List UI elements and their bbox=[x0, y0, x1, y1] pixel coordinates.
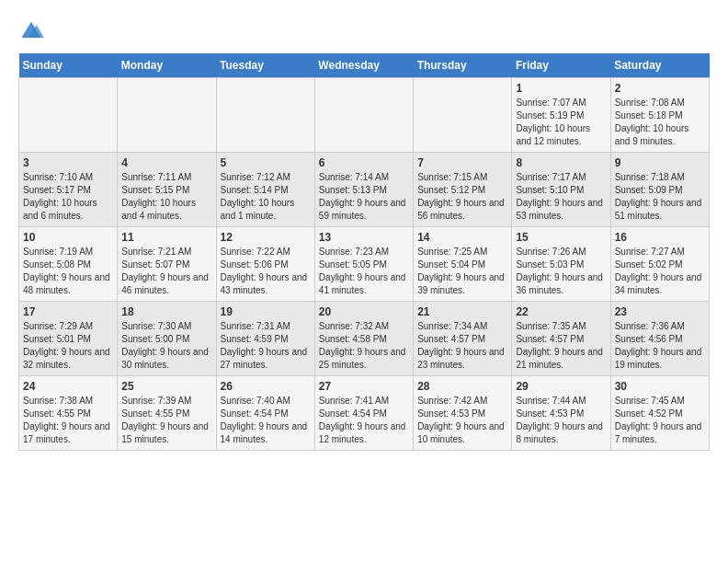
weekday-header-row: SundayMondayTuesdayWednesdayThursdayFrid… bbox=[19, 53, 710, 78]
calendar-cell bbox=[118, 78, 216, 153]
calendar-cell: 11Sunrise: 7:21 AM Sunset: 5:07 PM Dayli… bbox=[118, 227, 216, 302]
calendar-week-2: 10Sunrise: 7:19 AM Sunset: 5:08 PM Dayli… bbox=[19, 227, 710, 302]
calendar-table: SundayMondayTuesdayWednesdayThursdayFrid… bbox=[18, 53, 710, 451]
weekday-header-sunday: Sunday bbox=[19, 53, 118, 78]
day-number: 4 bbox=[121, 156, 211, 169]
day-info: Sunrise: 7:45 AM Sunset: 4:52 PM Dayligh… bbox=[615, 395, 705, 446]
calendar-body: 1Sunrise: 7:07 AM Sunset: 5:19 PM Daylig… bbox=[19, 78, 710, 451]
day-info: Sunrise: 7:27 AM Sunset: 5:02 PM Dayligh… bbox=[615, 246, 705, 297]
day-info: Sunrise: 7:10 AM Sunset: 5:17 PM Dayligh… bbox=[23, 171, 113, 223]
calendar-cell: 18Sunrise: 7:30 AM Sunset: 5:00 PM Dayli… bbox=[118, 302, 216, 376]
calendar-cell: 23Sunrise: 7:36 AM Sunset: 4:56 PM Dayli… bbox=[610, 302, 709, 376]
day-number: 16 bbox=[615, 231, 705, 244]
weekday-header-wednesday: Wednesday bbox=[314, 53, 413, 78]
calendar-cell: 2Sunrise: 7:08 AM Sunset: 5:18 PM Daylig… bbox=[610, 78, 709, 153]
logo-icon bbox=[18, 18, 44, 44]
day-info: Sunrise: 7:40 AM Sunset: 4:54 PM Dayligh… bbox=[221, 395, 311, 446]
day-number: 22 bbox=[516, 305, 606, 318]
calendar-cell: 10Sunrise: 7:19 AM Sunset: 5:08 PM Dayli… bbox=[19, 227, 118, 302]
weekday-header-monday: Monday bbox=[118, 53, 216, 78]
day-info: Sunrise: 7:15 AM Sunset: 5:12 PM Dayligh… bbox=[417, 171, 507, 223]
calendar-cell: 22Sunrise: 7:35 AM Sunset: 4:57 PM Dayli… bbox=[512, 302, 610, 376]
day-info: Sunrise: 7:18 AM Sunset: 5:09 PM Dayligh… bbox=[615, 171, 705, 223]
calendar-cell: 29Sunrise: 7:44 AM Sunset: 4:53 PM Dayli… bbox=[512, 376, 610, 451]
calendar-cell: 13Sunrise: 7:23 AM Sunset: 5:05 PM Dayli… bbox=[314, 227, 413, 302]
calendar-cell: 20Sunrise: 7:32 AM Sunset: 4:58 PM Dayli… bbox=[314, 302, 413, 376]
calendar-cell: 9Sunrise: 7:18 AM Sunset: 5:09 PM Daylig… bbox=[610, 153, 709, 227]
day-number: 18 bbox=[121, 305, 211, 318]
calendar-cell: 24Sunrise: 7:38 AM Sunset: 4:55 PM Dayli… bbox=[19, 376, 118, 451]
day-number: 17 bbox=[23, 305, 113, 318]
day-info: Sunrise: 7:36 AM Sunset: 4:56 PM Dayligh… bbox=[615, 320, 705, 372]
day-info: Sunrise: 7:14 AM Sunset: 5:13 PM Dayligh… bbox=[319, 171, 409, 223]
day-number: 1 bbox=[516, 82, 606, 95]
calendar-cell: 25Sunrise: 7:39 AM Sunset: 4:55 PM Dayli… bbox=[118, 376, 216, 451]
calendar-cell: 30Sunrise: 7:45 AM Sunset: 4:52 PM Dayli… bbox=[610, 376, 709, 451]
calendar-cell: 16Sunrise: 7:27 AM Sunset: 5:02 PM Dayli… bbox=[610, 227, 709, 302]
day-number: 12 bbox=[221, 231, 311, 244]
day-info: Sunrise: 7:11 AM Sunset: 5:15 PM Dayligh… bbox=[121, 171, 211, 223]
day-number: 3 bbox=[23, 156, 113, 169]
day-number: 26 bbox=[221, 380, 311, 393]
day-info: Sunrise: 7:34 AM Sunset: 4:57 PM Dayligh… bbox=[417, 320, 507, 372]
calendar-cell: 3Sunrise: 7:10 AM Sunset: 5:17 PM Daylig… bbox=[19, 153, 118, 227]
day-info: Sunrise: 7:30 AM Sunset: 5:00 PM Dayligh… bbox=[121, 320, 211, 372]
weekday-header-tuesday: Tuesday bbox=[216, 53, 314, 78]
day-number: 23 bbox=[615, 305, 705, 318]
weekday-header-thursday: Thursday bbox=[414, 53, 512, 78]
calendar-cell: 27Sunrise: 7:41 AM Sunset: 4:54 PM Dayli… bbox=[314, 376, 413, 451]
day-info: Sunrise: 7:44 AM Sunset: 4:53 PM Dayligh… bbox=[516, 395, 606, 446]
day-number: 9 bbox=[615, 156, 705, 169]
day-info: Sunrise: 7:17 AM Sunset: 5:10 PM Dayligh… bbox=[516, 171, 606, 223]
calendar-header: SundayMondayTuesdayWednesdayThursdayFrid… bbox=[19, 53, 710, 78]
calendar-cell: 12Sunrise: 7:22 AM Sunset: 5:06 PM Dayli… bbox=[216, 227, 314, 302]
calendar-cell: 21Sunrise: 7:34 AM Sunset: 4:57 PM Dayli… bbox=[414, 302, 512, 376]
day-number: 7 bbox=[417, 156, 507, 169]
calendar-cell: 6Sunrise: 7:14 AM Sunset: 5:13 PM Daylig… bbox=[314, 153, 413, 227]
day-info: Sunrise: 7:22 AM Sunset: 5:06 PM Dayligh… bbox=[221, 246, 311, 297]
calendar-cell: 26Sunrise: 7:40 AM Sunset: 4:54 PM Dayli… bbox=[216, 376, 314, 451]
day-number: 6 bbox=[319, 156, 409, 169]
calendar-cell: 28Sunrise: 7:42 AM Sunset: 4:53 PM Dayli… bbox=[414, 376, 512, 451]
calendar-week-4: 24Sunrise: 7:38 AM Sunset: 4:55 PM Dayli… bbox=[19, 376, 710, 451]
calendar-cell: 7Sunrise: 7:15 AM Sunset: 5:12 PM Daylig… bbox=[414, 153, 512, 227]
day-info: Sunrise: 7:23 AM Sunset: 5:05 PM Dayligh… bbox=[319, 246, 409, 297]
calendar-cell: 8Sunrise: 7:17 AM Sunset: 5:10 PM Daylig… bbox=[512, 153, 610, 227]
logo bbox=[18, 18, 48, 44]
day-info: Sunrise: 7:35 AM Sunset: 4:57 PM Dayligh… bbox=[516, 320, 606, 372]
calendar-week-1: 3Sunrise: 7:10 AM Sunset: 5:17 PM Daylig… bbox=[19, 153, 710, 227]
calendar-cell bbox=[414, 78, 512, 153]
day-info: Sunrise: 7:29 AM Sunset: 5:01 PM Dayligh… bbox=[23, 320, 113, 372]
day-info: Sunrise: 7:19 AM Sunset: 5:08 PM Dayligh… bbox=[23, 246, 113, 297]
day-info: Sunrise: 7:38 AM Sunset: 4:55 PM Dayligh… bbox=[23, 395, 113, 446]
header bbox=[18, 18, 710, 44]
day-info: Sunrise: 7:31 AM Sunset: 4:59 PM Dayligh… bbox=[221, 320, 311, 372]
day-number: 10 bbox=[23, 231, 113, 244]
day-info: Sunrise: 7:39 AM Sunset: 4:55 PM Dayligh… bbox=[121, 395, 211, 446]
day-number: 28 bbox=[417, 380, 507, 393]
day-number: 25 bbox=[121, 380, 211, 393]
day-number: 24 bbox=[23, 380, 113, 393]
day-number: 14 bbox=[417, 231, 507, 244]
calendar-week-3: 17Sunrise: 7:29 AM Sunset: 5:01 PM Dayli… bbox=[19, 302, 710, 376]
day-number: 21 bbox=[417, 305, 507, 318]
day-info: Sunrise: 7:42 AM Sunset: 4:53 PM Dayligh… bbox=[417, 395, 507, 446]
day-info: Sunrise: 7:21 AM Sunset: 5:07 PM Dayligh… bbox=[121, 246, 211, 297]
day-number: 20 bbox=[319, 305, 409, 318]
calendar-cell: 19Sunrise: 7:31 AM Sunset: 4:59 PM Dayli… bbox=[216, 302, 314, 376]
day-number: 11 bbox=[121, 231, 211, 244]
day-info: Sunrise: 7:12 AM Sunset: 5:14 PM Dayligh… bbox=[221, 171, 311, 223]
weekday-header-friday: Friday bbox=[512, 53, 610, 78]
day-number: 5 bbox=[221, 156, 311, 169]
calendar-cell bbox=[314, 78, 413, 153]
day-number: 30 bbox=[615, 380, 705, 393]
calendar-cell: 1Sunrise: 7:07 AM Sunset: 5:19 PM Daylig… bbox=[512, 78, 610, 153]
day-number: 2 bbox=[615, 82, 705, 95]
calendar-cell: 17Sunrise: 7:29 AM Sunset: 5:01 PM Dayli… bbox=[19, 302, 118, 376]
weekday-header-saturday: Saturday bbox=[610, 53, 709, 78]
day-info: Sunrise: 7:32 AM Sunset: 4:58 PM Dayligh… bbox=[319, 320, 409, 372]
calendar-cell: 5Sunrise: 7:12 AM Sunset: 5:14 PM Daylig… bbox=[216, 153, 314, 227]
calendar-cell bbox=[216, 78, 314, 153]
day-info: Sunrise: 7:41 AM Sunset: 4:54 PM Dayligh… bbox=[319, 395, 409, 446]
day-info: Sunrise: 7:07 AM Sunset: 5:19 PM Dayligh… bbox=[516, 97, 606, 148]
